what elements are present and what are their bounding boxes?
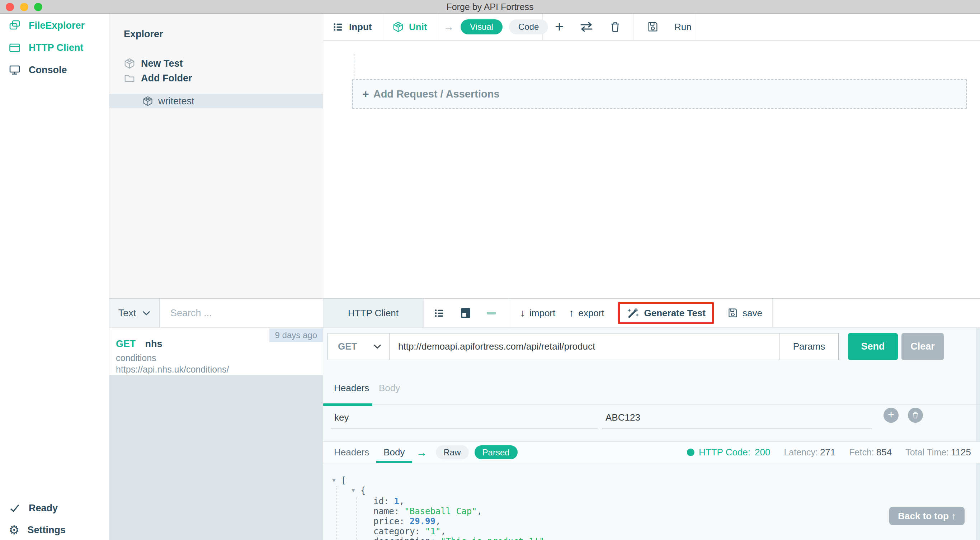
composer-toolbar: Input Unit → Visual Code + — [323, 14, 980, 41]
run-button[interactable]: Run — [675, 22, 692, 33]
json-string-value: "This is product 1!" — [441, 537, 544, 540]
import-label: import — [530, 308, 555, 319]
json-number-value: 29.99 — [410, 516, 436, 526]
generate-test-button-highlighted[interactable]: Generate Test — [618, 302, 714, 324]
filter-type-dropdown[interactable]: Text — [110, 299, 160, 327]
url-input[interactable] — [390, 334, 780, 360]
json-line: name: "Baseball Cap" , — [323, 506, 959, 516]
json-comma: , — [441, 526, 445, 537]
export-button[interactable]: ↑ export — [569, 307, 604, 319]
response-tabs-row: Headers Body → Raw Parsed HTTP Code: 200… — [323, 442, 980, 463]
tree-item-writetest[interactable]: writetest — [110, 94, 323, 108]
expander-icon[interactable]: ▼ — [331, 477, 337, 484]
json-line: ▼ { — [323, 486, 959, 496]
sidebar-item-settings[interactable]: ⚙ Settings — [0, 520, 109, 540]
request-tabs: Headers Body — [323, 368, 980, 405]
back-to-top-button[interactable]: Back to top ↑ — [889, 507, 964, 525]
json-comma: , — [399, 496, 404, 506]
header-value-input[interactable] — [602, 408, 872, 429]
arrow-right-icon: → — [443, 21, 454, 33]
new-test-button[interactable]: New Test — [110, 56, 323, 71]
history-item-description: conditions — [116, 353, 156, 363]
response-meta: HTTP Code: 200 Latency:271 Fetch:854 Tot… — [687, 447, 980, 458]
method-value: GET — [338, 341, 357, 352]
code-mode-toggle[interactable]: Code — [509, 19, 548, 35]
trash-icon — [912, 411, 919, 419]
save-floppy-icon[interactable] — [647, 21, 659, 33]
http-code-value: 200 — [755, 447, 770, 458]
http-method-badge: GET — [116, 338, 136, 349]
transfer-icon[interactable] — [579, 22, 593, 32]
http-code-label: HTTP Code: — [699, 447, 751, 458]
tab-response-body[interactable]: Body — [383, 447, 405, 458]
request-url-row: GET Params Send Clear — [323, 328, 980, 368]
json-line: price: 29.99 , — [323, 516, 959, 526]
history-item-title: GETnhs — [116, 338, 162, 349]
add-folder-label: Add Folder — [141, 73, 192, 84]
add-component-button[interactable]: + — [555, 19, 564, 35]
view-toggle-icons — [424, 307, 510, 319]
check-icon — [9, 502, 21, 514]
method-select[interactable]: GET — [328, 334, 390, 360]
titlebar: Forge by API Fortress — [0, 0, 980, 14]
http-client-icon — [9, 41, 21, 54]
unit-button[interactable]: Unit — [383, 14, 438, 40]
sidebar-item-console[interactable]: Console — [0, 60, 109, 80]
arrow-right-icon: → — [417, 446, 427, 459]
json-bracket: [ — [341, 475, 346, 486]
unit-label: Unit — [409, 22, 427, 33]
save-label: save — [743, 308, 762, 319]
add-header-button[interactable]: + — [883, 408, 899, 423]
history-filter-row: Text — [110, 299, 323, 328]
gear-icon: ⚙ — [9, 523, 19, 537]
main-panel: Input Unit → Visual Code + — [323, 14, 980, 540]
tab-request-body[interactable]: Body — [379, 383, 400, 394]
header-key-input[interactable] — [331, 408, 598, 429]
add-folder-button[interactable]: Add Folder — [110, 70, 323, 86]
minimize-panel-icon[interactable] — [487, 312, 496, 314]
response-body-viewer: ▼ [ ▼ { id: 1 , name: "Baseball Cap" , — [323, 463, 980, 540]
input-label: Input — [349, 22, 372, 33]
tab-response-headers[interactable]: Headers — [334, 447, 369, 458]
raw-toggle[interactable]: Raw — [436, 445, 469, 460]
history-list-item[interactable]: 9 days ago GETnhs conditions https://api… — [110, 328, 323, 375]
expander-icon[interactable]: ▼ — [350, 487, 356, 494]
list-view-icon[interactable] — [434, 308, 444, 318]
add-request-assertions-button[interactable]: + Add Request / Assertions — [352, 79, 967, 109]
clear-button[interactable]: Clear — [902, 333, 944, 360]
tab-request-headers[interactable]: Headers — [334, 383, 369, 394]
mode-toggle-group: → Visual Code — [438, 14, 543, 40]
fetch-value: 854 — [877, 447, 892, 457]
http-client-toolbar: HTTP Client — [323, 299, 980, 328]
history-panel: Text 9 days ago GETnhs conditions https:… — [110, 298, 323, 540]
status-label: Ready — [29, 503, 58, 514]
trash-icon[interactable] — [609, 21, 621, 33]
status-ready: Ready — [0, 498, 109, 518]
input-button[interactable]: Input — [323, 14, 383, 40]
flow-connector-line — [354, 54, 355, 79]
explorer-title: Explorer — [124, 29, 163, 40]
filter-type-label: Text — [118, 308, 136, 319]
json-key: id: — [374, 496, 389, 506]
http-client-actions: ↓ import ↑ export — [510, 302, 772, 324]
save-request-button[interactable]: save — [727, 308, 762, 319]
json-string-value: "Baseball Cap" — [404, 506, 477, 516]
folder-icon — [124, 72, 135, 84]
http-code-status: HTTP Code: 200 — [687, 447, 770, 458]
delete-header-button[interactable] — [908, 408, 923, 423]
parsed-toggle[interactable]: Parsed — [474, 445, 518, 460]
search-input[interactable] — [160, 307, 323, 319]
plus-icon: + — [362, 87, 369, 101]
visual-mode-toggle[interactable]: Visual — [461, 19, 503, 35]
chevron-down-icon — [374, 344, 381, 349]
send-button[interactable]: Send — [848, 333, 898, 360]
history-item-url: https://api.nhs.uk/conditions/ — [116, 364, 229, 375]
params-button[interactable]: Params — [780, 334, 838, 360]
json-key: name: — [374, 506, 399, 516]
total-time-stat: Total Time:1125 — [905, 447, 971, 458]
list-icon — [332, 22, 343, 32]
sidebar-item-file-explorer[interactable]: FileExplorer — [0, 16, 109, 35]
panel-view-icon[interactable] — [460, 307, 471, 319]
sidebar-item-http-client[interactable]: HTTP Client — [0, 38, 109, 58]
import-button[interactable]: ↓ import — [520, 307, 555, 319]
